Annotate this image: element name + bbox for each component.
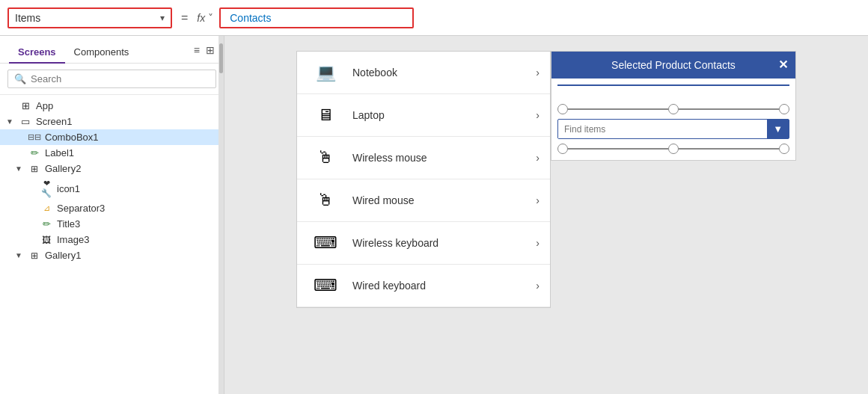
wireless-keyboard-label: Wireless keyboard [352, 237, 527, 249]
sidebar-scrollbar[interactable] [218, 36, 224, 394]
scroll-track-2 [679, 108, 779, 110]
wired-keyboard-label: Wired keyboard [352, 280, 527, 292]
notebook-label: Notebook [352, 67, 527, 79]
wireless-keyboard-img: ⌨ [308, 230, 343, 256]
list-view-icon[interactable]: ≡ [194, 44, 200, 56]
title3-icon: ✏ [39, 218, 54, 230]
tree-label-gallery1: Gallery1 [45, 250, 81, 261]
gallery-item-wireless-mouse[interactable]: 🖱 Wireless mouse › [297, 137, 550, 179]
scroll-track-b [568, 148, 668, 150]
tree-label-image3: Image3 [57, 234, 89, 245]
selected-product-title: Selected Product Contacts [611, 59, 736, 71]
laptop-arrow: › [536, 109, 540, 121]
selected-product-content [551, 79, 795, 98]
tree-item-title3[interactable]: ✏ Title3 [0, 216, 224, 232]
tree-area: ⊞ App ▼ ▭ Screen1 ⊟⊟ ComboBox1 ✏ Label1 [0, 95, 224, 394]
scroll-handle-bl[interactable] [557, 144, 568, 154]
scroll-handles-bottom [557, 142, 789, 156]
close-button[interactable]: ✕ [778, 58, 788, 72]
canvas-area: 💻 Notebook › 🖥 Laptop › 🖱 Wireless mouse… [224, 36, 868, 394]
wireless-mouse-label: Wireless mouse [352, 152, 527, 164]
tree-label-separator3: Separator3 [57, 203, 105, 214]
laptop-img: 🖥 [308, 102, 343, 129]
main-layout: Screens Components ≡ ⊞ 🔍 ⊞ App [0, 36, 868, 394]
laptop-label: Laptop [352, 109, 527, 121]
tree-item-image3[interactable]: 🖼 Image3 [0, 232, 224, 247]
tree-arrow-gallery1: ▼ [15, 251, 24, 259]
selected-product-line [557, 84, 789, 86]
combobox-icon: ⊟⊟ [27, 132, 42, 142]
wired-keyboard-arrow: › [536, 280, 540, 292]
selected-product-header: Selected Product Contacts ✕ [551, 52, 795, 79]
scroll-handle-mid[interactable] [668, 104, 679, 114]
notebook-img: 💻 [308, 59, 343, 86]
scroll-track [568, 108, 668, 110]
tree-label-screen1: Screen1 [36, 116, 72, 127]
tree-item-gallery1[interactable]: ▼ ⊞ Gallery1 [0, 247, 224, 263]
items-label: Items [15, 12, 156, 24]
fx-chevron[interactable]: ˅ [208, 12, 213, 24]
tree-label-combobox1: ComboBox1 [45, 132, 99, 143]
tree-item-combobox1[interactable]: ⊟⊟ ComboBox1 [0, 129, 224, 145]
sidebar-scrollbar-thumb[interactable] [219, 43, 223, 73]
scroll-track-b2 [679, 148, 779, 150]
screen-icon: ▭ [18, 116, 33, 127]
wireless-mouse-img: 🖱 [308, 144, 343, 171]
tree-arrow-gallery2: ▼ [15, 164, 24, 173]
tree-label-icon1: icon1 [57, 183, 80, 194]
gallery-item-wired-mouse[interactable]: 🖱 Wired mouse › [297, 179, 550, 222]
tree-label-label1: Label1 [45, 147, 74, 158]
find-items-row: ▼ [557, 119, 789, 139]
formula-value: Contacts [230, 12, 271, 24]
find-items-button[interactable]: ▼ [767, 120, 789, 138]
scroll-handle-br[interactable] [779, 144, 789, 154]
gallery-item-wired-keyboard[interactable]: ⌨ Wired keyboard › [297, 265, 550, 307]
app-icon: ⊞ [18, 100, 33, 111]
tab-components[interactable]: Components [65, 42, 138, 64]
wireless-keyboard-arrow: › [536, 237, 540, 249]
selected-product-panel: Selected Product Contacts ✕ [551, 51, 796, 161]
formula-input[interactable]: Contacts [219, 7, 414, 28]
gallery-item-laptop[interactable]: 🖥 Laptop › [297, 94, 550, 137]
scroll-handle-right[interactable] [779, 104, 789, 114]
items-dropdown-arrow[interactable]: ▾ [160, 13, 165, 23]
tree-label-title3: Title3 [57, 218, 80, 230]
sidebar-tab-icons: ≡ ⊞ [194, 44, 215, 61]
notebook-arrow: › [536, 67, 540, 79]
top-bar: Items ▾ = fx ˅ Contacts [0, 0, 868, 36]
search-box[interactable]: 🔍 [7, 70, 216, 88]
search-input[interactable] [31, 73, 210, 84]
separator-icon: ⊿ [39, 203, 54, 213]
wired-keyboard-img: ⌨ [308, 272, 343, 299]
wireless-mouse-arrow: › [536, 152, 540, 164]
scroll-handle-left[interactable] [557, 104, 568, 114]
tree-label-app: App [36, 100, 53, 111]
tree-item-app[interactable]: ⊞ App [0, 98, 224, 114]
gallery-item-wireless-keyboard[interactable]: ⌨ Wireless keyboard › [297, 222, 550, 265]
find-items-input[interactable] [558, 120, 767, 138]
equals-sign: = [178, 11, 191, 25]
wired-mouse-label: Wired mouse [352, 194, 527, 206]
tree-item-separator3[interactable]: ⊿ Separator3 [0, 200, 224, 216]
fx-label: fx [197, 12, 205, 24]
scroll-handles-top [557, 102, 789, 116]
items-box[interactable]: Items ▾ [7, 7, 172, 28]
tree-item-gallery2[interactable]: ▼ ⊞ Gallery2 [0, 161, 224, 176]
grid-view-icon[interactable]: ⊞ [206, 44, 215, 56]
sidebar-tabs: Screens Components ≡ ⊞ [0, 36, 224, 64]
wired-mouse-arrow: › [536, 194, 540, 206]
tree-item-label1[interactable]: ✏ Label1 [0, 145, 224, 161]
tab-screens[interactable]: Screens [9, 42, 65, 64]
tree-item-icon1[interactable]: ❤🔧 icon1 [0, 176, 224, 200]
tree-label-gallery2: Gallery2 [45, 163, 81, 174]
label-icon: ✏ [27, 147, 42, 158]
fx-box[interactable]: fx ˅ [197, 12, 213, 24]
scroll-handle-bm[interactable] [668, 144, 679, 154]
tree-arrow-screen1: ▼ [6, 117, 15, 126]
image3-icon: 🖼 [39, 235, 54, 245]
tree-item-screen1[interactable]: ▼ ▭ Screen1 [0, 114, 224, 129]
sidebar: Screens Components ≡ ⊞ 🔍 ⊞ App [0, 36, 224, 394]
selected-product-footer: ▼ [551, 98, 795, 160]
gallery-icon: ⊞ [27, 164, 42, 174]
gallery-item-notebook[interactable]: 💻 Notebook › [297, 52, 550, 94]
